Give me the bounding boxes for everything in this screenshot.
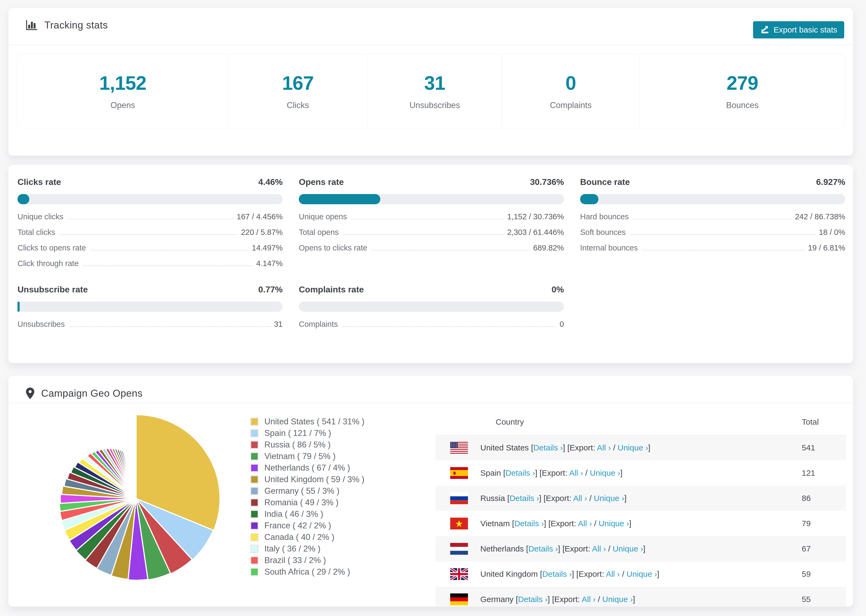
rate-value: 6.927% bbox=[816, 177, 845, 187]
stat-detail-row: Total clicks 220 / 5.87% bbox=[17, 228, 283, 244]
export-unique-link[interactable]: Unique › bbox=[594, 494, 624, 503]
rate-title: Bounce rate bbox=[580, 177, 630, 187]
detail-label: Clicks to opens rate bbox=[17, 244, 86, 252]
dotted-leader bbox=[342, 326, 556, 327]
flag-de bbox=[450, 593, 468, 605]
legend-color-swatch bbox=[250, 441, 258, 449]
details-link[interactable]: Details › bbox=[533, 443, 563, 452]
rate-detail-rows: Hard bounces 242 / 86.738% Soft bounces … bbox=[580, 212, 845, 259]
export-unique-link[interactable]: Unique › bbox=[612, 544, 643, 553]
export-all-link[interactable]: All › bbox=[592, 544, 606, 553]
progress-fill bbox=[17, 302, 20, 312]
detail-value: 1,152 / 30.736% bbox=[507, 212, 564, 221]
dotted-leader bbox=[60, 234, 238, 235]
dotted-leader bbox=[372, 250, 530, 250]
table-row: Russia [Details ›] [Export: All › / Uniq… bbox=[435, 486, 846, 511]
flag-nl bbox=[450, 543, 468, 555]
export-unique-link[interactable]: Unique › bbox=[602, 595, 633, 603]
dotted-leader bbox=[83, 266, 253, 266]
export-unique-link[interactable]: Unique › bbox=[617, 443, 648, 452]
export-all-link[interactable]: All › bbox=[582, 595, 596, 603]
detail-label: Unique opens bbox=[299, 212, 347, 221]
column-header-country: Country bbox=[496, 417, 524, 426]
country-total: 55 bbox=[802, 587, 811, 607]
campaign-geo-opens-card: Campaign Geo Opens United States ( 541 /… bbox=[8, 375, 853, 607]
legend-item: India ( 46 / 3% ) bbox=[250, 508, 364, 520]
flag-ru bbox=[450, 492, 468, 504]
stat-detail-row: Hard bounces 242 / 86.738% bbox=[580, 212, 845, 228]
unsubscribe-rate-section: Unsubscribe rate 0.77% Unsubscribes 31 bbox=[17, 284, 283, 335]
geo-pie-chart[interactable] bbox=[47, 410, 225, 587]
legend-item: Italy ( 36 / 2% ) bbox=[250, 543, 364, 555]
dotted-leader bbox=[343, 234, 504, 235]
legend-label: South Africa ( 29 / 2% ) bbox=[265, 567, 350, 577]
export-unique-link[interactable]: Unique › bbox=[627, 569, 657, 578]
flag-gb bbox=[450, 568, 468, 580]
country-total: 121 bbox=[802, 460, 815, 486]
rate-header: Complaints rate 0% bbox=[299, 284, 564, 295]
export-all-link[interactable]: All › bbox=[573, 494, 587, 503]
table-row: Germany [Details ›] [Export: All › / Uni… bbox=[435, 587, 846, 607]
rate-detail-rows: Unique opens 1,152 / 30.736% Total opens… bbox=[299, 212, 564, 259]
country-name: Vietnam bbox=[480, 519, 510, 528]
stat-detail-row: Unique clicks 167 / 4.456% bbox=[17, 212, 283, 228]
detail-label: Soft bounces bbox=[580, 228, 625, 237]
progress-bar bbox=[580, 194, 845, 204]
geo-table-body: United States [Details ›] [Export: All ›… bbox=[435, 435, 846, 607]
export-all-link[interactable]: All › bbox=[606, 569, 620, 578]
legend-color-swatch bbox=[250, 522, 258, 530]
tracking-stats-header: Tracking stats bbox=[25, 20, 108, 31]
export-unique-link[interactable]: Unique › bbox=[599, 519, 629, 528]
export-basic-stats-button[interactable]: Export basic stats bbox=[753, 21, 844, 38]
progress-bar bbox=[299, 302, 564, 312]
legend-color-swatch bbox=[250, 545, 258, 553]
stat-detail-row: Opens to clicks rate 689.82% bbox=[299, 244, 564, 259]
export-all-link[interactable]: All › bbox=[578, 519, 592, 528]
detail-label: Total opens bbox=[299, 228, 339, 237]
legend-item: France ( 42 / 2% ) bbox=[250, 520, 364, 531]
pie-svg[interactable] bbox=[47, 410, 225, 587]
legend-item: Spain ( 121 / 7% ) bbox=[250, 427, 364, 439]
geo-table-header: Country Total bbox=[435, 408, 846, 435]
dotted-leader bbox=[633, 219, 792, 219]
stat-label: Clicks bbox=[287, 101, 309, 110]
details-link[interactable]: Details › bbox=[505, 468, 535, 477]
divider bbox=[8, 45, 853, 45]
details-link[interactable]: Details › bbox=[518, 595, 548, 603]
dotted-leader bbox=[642, 250, 805, 250]
rate-value: 4.46% bbox=[258, 177, 283, 187]
export-all-link[interactable]: All › bbox=[597, 443, 611, 452]
legend-label: India ( 46 / 3% ) bbox=[265, 509, 323, 519]
export-button-label: Export basic stats bbox=[773, 25, 837, 35]
table-row: Spain [Details ›] [Export: All › / Uniqu… bbox=[435, 460, 846, 486]
legend-label: United States ( 541 / 31% ) bbox=[265, 417, 364, 426]
stat-detail-row: Clicks to opens rate 14.497% bbox=[17, 244, 283, 259]
legend-color-swatch bbox=[250, 429, 258, 437]
details-link[interactable]: Details › bbox=[514, 519, 544, 528]
stat-label: Complaints bbox=[550, 101, 592, 110]
details-link[interactable]: Details › bbox=[509, 494, 539, 503]
rate-title: Unsubscribe rate bbox=[17, 284, 88, 295]
legend-color-swatch bbox=[250, 498, 258, 507]
dotted-leader bbox=[630, 234, 816, 235]
legend-color-swatch bbox=[250, 487, 258, 495]
country-total: 59 bbox=[802, 561, 811, 587]
country-cell: Netherlands [Details ›] [Export: All › /… bbox=[480, 536, 646, 561]
details-link[interactable]: Details › bbox=[528, 544, 558, 553]
detail-value: 14.497% bbox=[252, 244, 283, 252]
detail-label: Click through rate bbox=[17, 259, 79, 268]
column-header-total: Total bbox=[802, 417, 819, 426]
legend-label: United Kingdom ( 59 / 3% ) bbox=[265, 475, 364, 484]
details-link[interactable]: Details › bbox=[542, 569, 572, 578]
stat-detail-row: Unsubscribes 31 bbox=[17, 320, 283, 335]
pie-slice[interactable] bbox=[135, 477, 136, 498]
rate-title: Complaints rate bbox=[299, 284, 364, 295]
legend-label: Vietnam ( 79 / 5% ) bbox=[265, 451, 335, 461]
export-all-link[interactable]: All › bbox=[569, 468, 583, 477]
detail-label: Hard bounces bbox=[580, 212, 629, 221]
legend-label: Spain ( 121 / 7% ) bbox=[265, 428, 331, 438]
table-row: Vietnam [Details ›] [Export: All › / Uni… bbox=[435, 511, 846, 536]
dotted-leader bbox=[69, 326, 271, 327]
export-unique-link[interactable]: Unique › bbox=[590, 468, 620, 477]
country-name: Russia bbox=[480, 494, 505, 503]
